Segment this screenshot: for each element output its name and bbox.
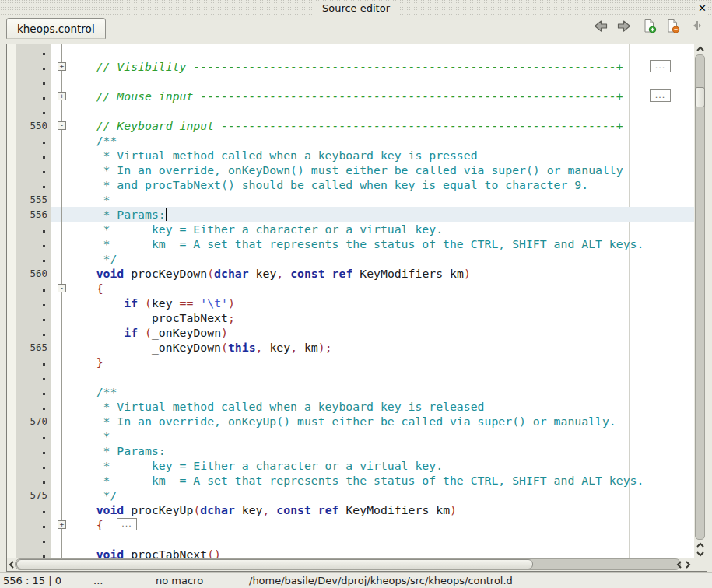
fold-toggle-icon[interactable]: + [58, 520, 66, 529]
code-line[interactable]: 565 _onKeyDown(this, key, km); [7, 340, 694, 355]
code-text[interactable]: */ [68, 251, 694, 266]
code-text[interactable]: void procTabNext() [68, 547, 694, 558]
code-text[interactable]: void procKeyUp(dchar key, const ref KeyM… [68, 502, 694, 517]
code-text[interactable]: } [68, 355, 694, 369]
panel-titlebar[interactable]: Source editor ✕ [0, 0, 712, 16]
code-text[interactable]: void procKeyDown(dchar key, const ref Ke… [68, 266, 694, 281]
code-area[interactable]: + // Visibility ------------------------… [7, 44, 694, 558]
code-text[interactable]: { [68, 281, 694, 296]
collapsed-fold-marker[interactable]: ... [117, 518, 137, 530]
code-line[interactable] [7, 74, 694, 89]
code-line[interactable] [7, 369, 694, 384]
code-line[interactable]: + // Visibility ------------------------… [7, 59, 694, 74]
code-line[interactable]: 560 void procKeyDown(dchar key, const re… [7, 266, 694, 281]
vertical-scroll-thumb[interactable] [695, 87, 705, 107]
code-text[interactable]: // Keyboard input ----------------------… [68, 118, 694, 133]
code-text[interactable]: * In an override, onKeyDown() must eithe… [68, 163, 694, 177]
vertical-scroll-track[interactable] [695, 54, 705, 540]
code-text[interactable]: * key = Either a character or a virtual … [68, 222, 694, 236]
code-line[interactable]: 575 */ [7, 488, 694, 502]
go-forward-button[interactable] [616, 19, 633, 36]
code-line[interactable]: * In an override, onKeyDown() must eithe… [7, 163, 694, 177]
code-line[interactable]: * km = A set that represents the status … [7, 473, 694, 488]
code-line[interactable]: 550- // Keyboard input -----------------… [7, 118, 694, 133]
code-line[interactable] [7, 103, 694, 118]
fold-toggle-icon[interactable]: + [58, 92, 66, 100]
code-line[interactable]: * and procTabNext() should be called whe… [7, 177, 694, 192]
code-line[interactable]: */ [7, 251, 694, 266]
scroll-right-icon[interactable] [683, 559, 692, 569]
collapsed-fold-marker[interactable]: ... [650, 60, 671, 72]
scroll-down-icon[interactable] [696, 549, 705, 558]
code-text[interactable]: * [68, 429, 694, 443]
code-text[interactable] [68, 44, 694, 59]
code-text[interactable]: procTabNext; [68, 310, 694, 325]
code-text[interactable]: * [68, 192, 694, 207]
code-text[interactable] [68, 532, 694, 547]
code-line[interactable]: /** [7, 384, 694, 399]
code-line[interactable]: void procKeyUp(dchar key, const ref KeyM… [7, 502, 694, 517]
code-text[interactable]: // Visibility --------------------------… [68, 59, 694, 74]
code-line[interactable]: * Virtual method called when a keyboard … [7, 399, 694, 414]
code-line[interactable] [7, 44, 694, 59]
code-line[interactable]: * key = Either a character or a virtual … [7, 222, 694, 236]
scroll-up-icon[interactable] [696, 541, 705, 549]
scroll-left-icon[interactable] [675, 559, 683, 569]
code-text[interactable]: * km = A set that represents the status … [68, 473, 694, 488]
code-text[interactable]: */ [68, 488, 694, 502]
code-text[interactable]: * Params: [68, 207, 694, 222]
code-line[interactable]: * key = Either a character or a virtual … [7, 458, 694, 473]
new-document-button[interactable] [640, 19, 658, 36]
code-text[interactable]: // Mouse input -------------------------… [68, 89, 694, 103]
go-back-button[interactable] [592, 19, 609, 36]
code-text[interactable]: /** [68, 384, 694, 399]
code-text[interactable]: if (key == '\t') [68, 296, 694, 310]
code-text[interactable]: _onKeyDown(this, key, km); [68, 340, 694, 355]
code-line[interactable]: * Virtual method called when a keyboard … [7, 148, 694, 163]
code-line[interactable] [7, 532, 694, 547]
line-number: 565 [16, 340, 51, 355]
horizontal-scrollbar[interactable] [7, 558, 707, 571]
code-text[interactable]: * key = Either a character or a virtual … [68, 458, 694, 473]
code-line[interactable]: /** [7, 133, 694, 148]
code-text[interactable]: * In an override, onKeyUp() must either … [68, 414, 694, 429]
vertical-scrollbar[interactable] [694, 44, 707, 558]
code-text[interactable]: * km = A set that represents the status … [68, 236, 694, 251]
split-view-button[interactable] [689, 19, 706, 36]
fold-toggle-icon[interactable]: + [58, 62, 66, 71]
caret-position: 556 : 15 | 0 [3, 575, 61, 586]
code-line[interactable]: procTabNext; [7, 310, 694, 325]
code-line[interactable]: * Params: [7, 443, 694, 458]
code-line[interactable]: * km = A set that represents the status … [7, 236, 694, 251]
code-editor[interactable]: + // Visibility ------------------------… [6, 44, 707, 572]
code-line[interactable]: 556 * Params: [7, 207, 694, 222]
code-line[interactable]: * [7, 429, 694, 443]
code-line[interactable]: if (_onKeyDown) [7, 325, 694, 340]
code-text[interactable]: * Virtual method called when a keyboard … [68, 148, 694, 163]
code-text[interactable]: * Virtual method called when a keyboard … [68, 399, 694, 414]
code-line[interactable]: void procTabNext() [7, 547, 694, 558]
code-text[interactable]: /** [68, 133, 694, 148]
close-document-button[interactable] [664, 19, 681, 36]
code-text[interactable]: if (_onKeyDown) [68, 325, 694, 340]
code-line[interactable]: + {... [7, 517, 694, 532]
code-line[interactable]: + // Mouse input -----------------------… [7, 89, 694, 103]
close-icon[interactable]: ✕ [696, 1, 708, 16]
code-line[interactable]: 555 * [7, 192, 694, 207]
tab-kheops-control[interactable]: kheops.control [6, 18, 106, 39]
code-text[interactable] [68, 369, 694, 384]
code-text[interactable]: * and procTabNext() should be called whe… [68, 177, 694, 192]
horizontal-scroll-thumb[interactable] [16, 559, 533, 569]
code-line[interactable]: if (key == '\t') [7, 296, 694, 310]
code-text[interactable]: {... [68, 517, 694, 532]
code-text[interactable] [68, 103, 694, 118]
fold-toggle-icon[interactable]: - [58, 284, 66, 292]
code-line[interactable]: } [7, 355, 694, 369]
scroll-up-icon[interactable] [696, 44, 705, 53]
code-text[interactable] [68, 74, 694, 89]
fold-toggle-icon[interactable]: - [58, 121, 66, 130]
code-line[interactable]: 570 * In an override, onKeyUp() must eit… [7, 414, 694, 429]
collapsed-fold-marker[interactable]: ... [650, 89, 671, 102]
code-text[interactable]: * Params: [68, 443, 694, 458]
code-line[interactable]: - { [7, 281, 694, 296]
